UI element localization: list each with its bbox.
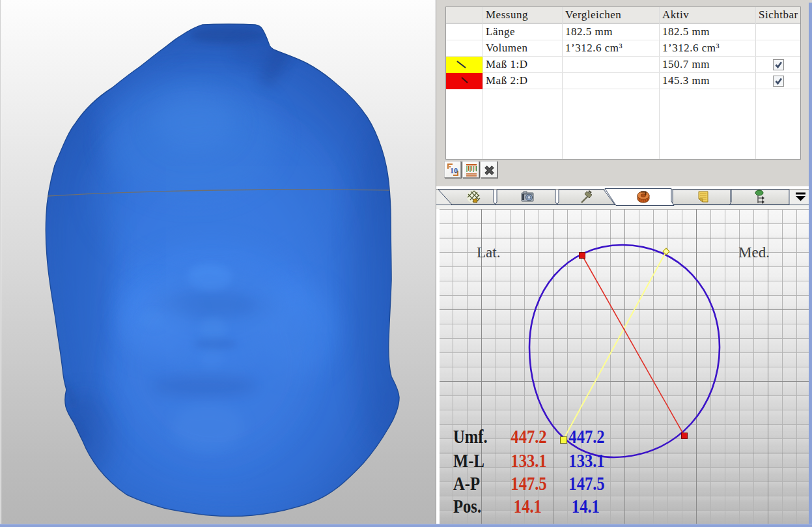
svg-text:447.2: 447.2 (511, 426, 546, 448)
svg-text:133.1: 133.1 (568, 450, 604, 472)
svg-text:147.5: 147.5 (511, 473, 546, 494)
svg-text:10: 10 (450, 166, 458, 175)
svg-text:14.1: 14.1 (514, 496, 542, 517)
svg-text:147.5: 147.5 (568, 473, 604, 494)
svg-text:Pos.: Pos. (453, 496, 481, 517)
svg-text:M-L: M-L (453, 450, 484, 472)
svg-text:14.1: 14.1 (572, 496, 600, 517)
svg-text:133.1: 133.1 (511, 450, 546, 472)
svg-text:Umf.: Umf. (453, 426, 488, 448)
svg-text:447.2: 447.2 (568, 426, 604, 448)
svg-text:A-P: A-P (453, 473, 480, 494)
svg-text:Med.: Med. (738, 244, 770, 261)
svg-text:Lat.: Lat. (477, 244, 500, 261)
